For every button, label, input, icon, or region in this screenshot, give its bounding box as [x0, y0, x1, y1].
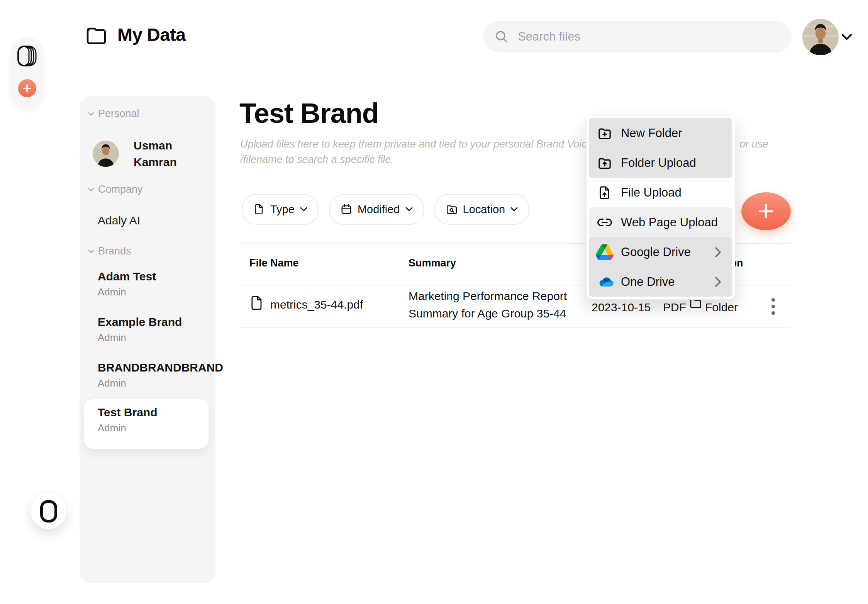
- menu-item-web-page-upload[interactable]: Web Page Upload: [589, 207, 732, 237]
- plus-icon: [757, 202, 775, 220]
- new-folder-icon: [595, 127, 614, 140]
- table-row-border: [240, 327, 791, 328]
- link-icon: [595, 217, 614, 227]
- menu-item-label: One Drive: [621, 275, 675, 289]
- sidebar-section-brands[interactable]: Brands: [88, 245, 131, 257]
- chevron-down-icon: [300, 207, 307, 212]
- sidebar-item-brandbrandbrand[interactable]: BRANDBRANDBRAND Admin: [98, 361, 223, 389]
- menu-group-cloud-drives: Google Drive One Drive: [589, 237, 732, 297]
- row-actions-kebab-icon[interactable]: [769, 296, 777, 317]
- file-icon: [250, 295, 263, 310]
- filter-modified-button[interactable]: Modified: [329, 194, 424, 225]
- chevron-right-icon: [714, 246, 722, 258]
- filter-label: Modified: [358, 203, 400, 216]
- folder-search-icon: [446, 203, 458, 215]
- brand-role: Admin: [98, 377, 223, 389]
- row-file-name: metrics_35-44.pdf: [270, 298, 363, 311]
- sidebar-section-personal[interactable]: Personal: [88, 108, 139, 120]
- calendar-icon: [341, 203, 352, 215]
- user-name: Usman Kamran: [134, 137, 177, 170]
- row-modified-date: 2023-10-15: [592, 301, 651, 314]
- filter-label: Type: [270, 203, 295, 216]
- row-location: Folder: [705, 301, 738, 314]
- brand-role: Admin: [98, 332, 182, 344]
- brand-name: Example Brand: [98, 316, 182, 329]
- brand-role: Admin: [98, 422, 157, 434]
- sidebar-item-test-brand[interactable]: Test Brand Admin: [84, 399, 209, 449]
- app-rail: [11, 37, 43, 108]
- sidebar-user[interactable]: Usman Kamran: [93, 137, 177, 170]
- search-icon: [495, 30, 509, 44]
- brand-name: Test Brand: [98, 406, 157, 419]
- app-logo-icon[interactable]: [17, 46, 37, 66]
- file-upload-icon: [595, 186, 614, 200]
- row-file-type: PDF: [663, 301, 686, 314]
- column-header-file-name[interactable]: File Name: [249, 257, 299, 269]
- chevron-down-icon: [88, 188, 94, 192]
- sidebar-item-adaly-ai[interactable]: Adaly AI: [98, 214, 140, 227]
- chevron-down-icon: [88, 112, 94, 116]
- plus-icon: [22, 84, 32, 93]
- chevron-down-icon: [88, 249, 94, 253]
- rail-add-button[interactable]: [18, 79, 36, 97]
- chat-widget-o-icon: [40, 500, 57, 523]
- chevron-right-icon: [714, 276, 722, 288]
- app-header: My Data: [86, 24, 186, 45]
- sidebar: Personal Usman Kamran Company: [80, 96, 215, 583]
- folder-title-icon: [86, 25, 107, 44]
- brand-page-title: Test Brand: [239, 97, 379, 129]
- column-header-summary[interactable]: Summary: [409, 257, 456, 269]
- brand-name: BRANDBRANDBRAND: [98, 361, 223, 374]
- menu-item-new-folder[interactable]: New Folder: [589, 118, 732, 148]
- menu-item-label: Google Drive: [621, 245, 691, 259]
- page-title: My Data: [117, 24, 186, 45]
- sidebar-item-adam-test[interactable]: Adam Test Admin: [98, 270, 156, 298]
- description-line1: Upload files here to keep them private a…: [240, 138, 636, 150]
- google-drive-icon: [595, 244, 614, 260]
- sidebar-item-example-brand[interactable]: Example Brand Admin: [98, 316, 182, 344]
- brand-name: Adam Test: [98, 270, 156, 283]
- row-summary-line2: Summary for Age Group 35-44: [409, 307, 566, 320]
- menu-item-google-drive[interactable]: Google Drive: [589, 237, 732, 267]
- account-menu-chevron-icon[interactable]: [841, 33, 853, 41]
- brand-role: Admin: [98, 286, 156, 298]
- menu-item-label: New Folder: [621, 126, 682, 140]
- onedrive-icon: [595, 276, 614, 288]
- avatar: [93, 141, 119, 167]
- chevron-down-icon: [405, 207, 413, 212]
- section-label: Brands: [98, 245, 131, 257]
- filter-bar: Type Modified: [242, 194, 529, 225]
- filter-location-button[interactable]: Location: [434, 194, 530, 225]
- filter-label: Location: [463, 203, 505, 216]
- search-input[interactable]: [517, 29, 750, 44]
- sidebar-section-company[interactable]: Company: [88, 183, 143, 195]
- menu-item-one-drive[interactable]: One Drive: [589, 267, 732, 297]
- menu-item-folder-upload[interactable]: Folder Upload: [589, 148, 732, 178]
- description-line1-tail: or use: [739, 138, 768, 150]
- chevron-down-icon: [510, 207, 518, 212]
- search-bar[interactable]: [483, 21, 792, 53]
- upload-context-menu: New Folder Folder Upload: [586, 115, 735, 300]
- description-line2: /filename to search a specific file.: [240, 154, 394, 166]
- section-label: Personal: [98, 108, 139, 120]
- add-file-fab[interactable]: [741, 192, 791, 230]
- my-data-page: My Data Personal: [0, 0, 868, 604]
- menu-group-folders: New Folder Folder Upload: [589, 118, 732, 178]
- menu-item-label: File Upload: [621, 186, 682, 200]
- row-summary-line1: Marketing Performance Report: [409, 290, 567, 303]
- user-avatar[interactable]: [802, 19, 839, 55]
- filter-type-button[interactable]: Type: [242, 194, 319, 225]
- chat-widget-button[interactable]: [31, 494, 66, 529]
- file-type-icon: [253, 203, 265, 215]
- menu-item-label: Web Page Upload: [621, 215, 718, 229]
- folder-upload-icon: [595, 156, 614, 170]
- menu-item-label: Folder Upload: [621, 156, 696, 170]
- section-label: Company: [98, 183, 143, 195]
- menu-item-file-upload[interactable]: File Upload: [589, 178, 732, 207]
